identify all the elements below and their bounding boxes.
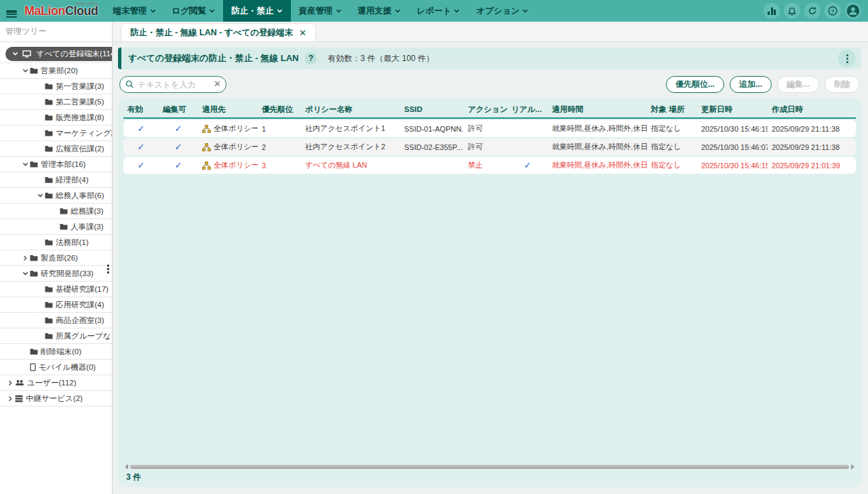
nav-item-3[interactable]: 資産管理: [291, 0, 350, 22]
table-header-row: 有効編集可適用先優先順位ポリシー名称SSIDアクションリアル...適用時間対象 …: [123, 101, 856, 119]
column-header[interactable]: ポリシー名称: [301, 104, 400, 115]
tree-item[interactable]: 研究開発部(33): [0, 266, 112, 282]
chevron-down-icon[interactable]: [20, 271, 30, 277]
cell-editable: ✓: [159, 124, 198, 134]
toolbar-button-3[interactable]: 削除: [825, 76, 860, 93]
table-row[interactable]: ✓✓全体ポリシー1社内アクセスポイント1SSID-01-AQPNN...許可就業…: [123, 120, 856, 137]
chevron-down-icon[interactable]: [20, 162, 30, 168]
tree-item[interactable]: 所属グループなし(19): [0, 328, 112, 344]
tree-item-selected-pill[interactable]: すべての登録端末(114): [5, 47, 113, 61]
page-body: すべての登録端末(114)営業部(20)第一営業課(3)第二営業課(5)販売推進…: [0, 42, 868, 494]
sub-bar: 管理ツリー 防止・禁止 - 無線 LAN - すべての登録端末 ✕: [0, 22, 868, 42]
toolbar-button-1[interactable]: 追加...: [730, 76, 772, 93]
tree-item[interactable]: 経理部(4): [0, 172, 112, 188]
column-header[interactable]: 優先順位: [258, 104, 301, 115]
tab-wireless-lan[interactable]: 防止・禁止 - 無線 LAN - すべての登録端末 ✕: [121, 23, 316, 41]
nav-item-6[interactable]: オプション: [468, 0, 536, 22]
tree-item-label: 人事課(3): [71, 222, 104, 232]
help-icon[interactable]: ?: [825, 3, 841, 19]
tree-item[interactable]: モバイル機器(0): [0, 360, 112, 375]
tree-item[interactable]: 中継サービス(2): [0, 391, 112, 406]
tree-item[interactable]: 総務課(3): [0, 204, 112, 219]
column-header[interactable]: 編集可: [159, 104, 198, 115]
toolbar-button-2[interactable]: 編集...: [777, 76, 819, 93]
folder-icon: [45, 83, 53, 90]
app-logo: MaLion マリオンクラウド Cloud: [23, 0, 105, 22]
tree-item[interactable]: 営業部(20): [0, 63, 112, 79]
check-icon: ✓: [175, 160, 182, 170]
cell-priority: 3: [258, 162, 301, 170]
scrollbar-thumb[interactable]: [130, 465, 849, 469]
tree-item[interactable]: 法務部(1): [0, 235, 112, 250]
chevron-down-icon[interactable]: [10, 51, 20, 57]
chevron-right-icon[interactable]: [5, 380, 15, 386]
tree-item[interactable]: 応用研究課(4): [0, 297, 112, 313]
tree-item[interactable]: 商品企画室(3): [0, 313, 112, 328]
tree-item[interactable]: 管理本部(16): [0, 157, 112, 172]
column-header[interactable]: 適用先: [198, 104, 258, 115]
tree-item-label: 法務部(1): [56, 238, 89, 248]
tree-item-label: 製造部(26): [41, 253, 78, 263]
tree-item-label: 所属グループなし(19): [56, 331, 113, 341]
sidebar-resize-handle[interactable]: [107, 263, 111, 275]
management-tree-sidebar: すべての登録端末(114)営業部(20)第一営業課(3)第二営業課(5)販売推進…: [0, 42, 113, 494]
stats-icon[interactable]: [764, 3, 780, 19]
cell-policy: 社内アクセスポイント2: [301, 142, 400, 152]
tree-item[interactable]: 製造部(26): [0, 250, 112, 266]
nav-item-5[interactable]: レポート: [409, 0, 469, 22]
kebab-menu-icon[interactable]: [838, 50, 856, 67]
column-header[interactable]: 対象 場所: [647, 104, 697, 115]
tree-item[interactable]: 販売推進課(8): [0, 110, 112, 126]
tree-item[interactable]: マーケティング課(2): [0, 126, 112, 141]
column-header[interactable]: SSID: [400, 105, 464, 113]
device-tree: すべての登録端末(114)営業部(20)第一営業課(3)第二営業課(5)販売推進…: [0, 42, 112, 406]
folder-icon: [45, 239, 53, 246]
chevron-right-icon[interactable]: [20, 255, 30, 261]
toolbar-button-0[interactable]: 優先順位...: [666, 76, 724, 93]
nav-item-1[interactable]: ログ閲覧: [164, 0, 224, 22]
org-policy-icon: [202, 125, 211, 133]
bell-icon[interactable]: [784, 3, 800, 19]
enabled-count: 有効数：3 件（最大 100 件）: [328, 53, 434, 64]
tree-item[interactable]: ユーザー(112): [0, 375, 112, 391]
logo-ruby: マリオンクラウド: [76, 2, 98, 5]
close-icon[interactable]: ✕: [299, 28, 307, 38]
tree-item[interactable]: 広報宣伝課(2): [0, 141, 112, 157]
nav-item-2[interactable]: 防止・禁止: [223, 0, 291, 22]
help-badge-icon[interactable]: ?: [304, 52, 317, 64]
tree-item[interactable]: 削除端末(0): [0, 344, 112, 360]
table-row[interactable]: ✓✓全体ポリシー2社内アクセスポイント2SSID-02-E355P...許可就業…: [123, 138, 856, 155]
menu-icon[interactable]: [0, 0, 23, 22]
clear-search-icon[interactable]: ✕: [214, 79, 221, 89]
tree-item[interactable]: すべての登録端末(114): [0, 45, 112, 63]
tree-item[interactable]: 基礎研究課(17): [0, 282, 112, 297]
nav-item-0[interactable]: 端末管理: [105, 0, 164, 22]
chevron-down-icon[interactable]: [35, 193, 45, 199]
table-row[interactable]: ✓✓全体ポリシー3すべての無線 LAN禁止✓就業時間,昼休み,時間外,休日指定な…: [123, 157, 856, 174]
tree-item[interactable]: 人事課(3): [0, 219, 112, 235]
search-input[interactable]: [119, 76, 226, 93]
chevron-down-icon[interactable]: [20, 68, 30, 74]
chevron-down-icon: [522, 8, 528, 14]
tree-item[interactable]: 第一営業課(3): [0, 79, 112, 94]
cell-realtime: ✓: [507, 160, 548, 170]
tree-item[interactable]: 総務人事部(6): [0, 188, 112, 204]
account-icon[interactable]: [845, 3, 861, 19]
column-header[interactable]: 更新日時: [697, 104, 768, 115]
folder-icon: [45, 130, 53, 136]
column-header[interactable]: リアル...: [507, 104, 548, 115]
tree-item[interactable]: 第二営業課(5): [0, 94, 112, 110]
column-header[interactable]: アクション: [464, 104, 507, 115]
refresh-icon[interactable]: [804, 3, 821, 19]
folder-deleted-icon: [30, 348, 38, 355]
chevron-right-icon[interactable]: [5, 396, 15, 402]
column-header[interactable]: 有効: [123, 104, 159, 115]
column-header[interactable]: 作成日時: [768, 104, 856, 115]
cell-text: 全体ポリシー: [214, 160, 258, 170]
scroll-right-icon[interactable]: [851, 464, 854, 470]
scroll-left-icon[interactable]: [125, 464, 128, 470]
cell-action: 禁止: [464, 160, 507, 170]
column-header[interactable]: 適用時間: [548, 104, 647, 115]
nav-item-4[interactable]: 運用支援: [350, 0, 409, 22]
tree-item-label: すべての登録端末(114): [37, 49, 113, 59]
